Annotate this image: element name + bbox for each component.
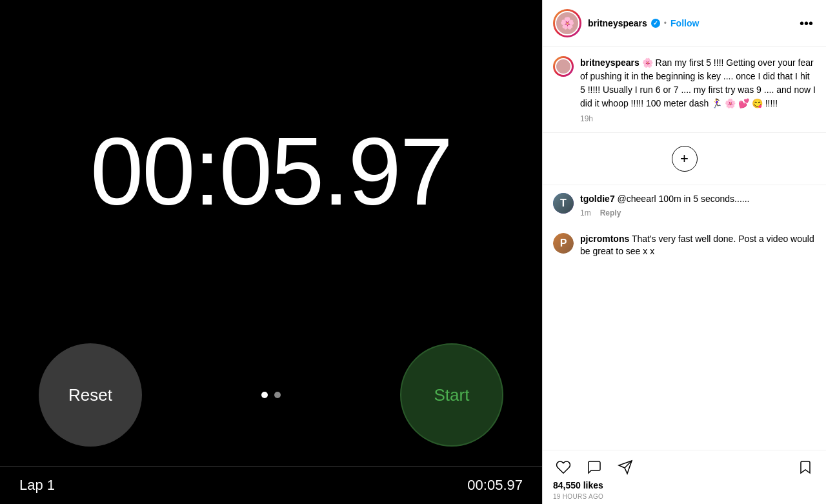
commenter-username-2: pjcromtons xyxy=(580,234,629,244)
caption-username: britneyspears xyxy=(580,57,640,68)
comments-area: T tgoldie7 @cheearl 100m in 5 seconds...… xyxy=(543,185,826,450)
comment-text-tgoldie: tgoldie7 @cheearl 100m in 5 seconds.....… xyxy=(580,193,816,206)
comment-text-pj: pjcromtons That's very fast well done. P… xyxy=(580,233,816,258)
username-row: britneyspears ✓ • Follow xyxy=(588,18,791,28)
caption-area: britneyspears 🌸 Ran my first 5 !!!! Gett… xyxy=(543,47,826,133)
caption-avatar-ring xyxy=(553,56,574,77)
comment-avatar-pj: P xyxy=(553,233,574,254)
bullet-separator: • xyxy=(664,19,667,28)
caption-row: britneyspears 🌸 Ran my first 5 !!!! Gett… xyxy=(553,56,816,123)
lap-bar: Lap 1 00:05.97 xyxy=(0,466,542,504)
comment-avatar-tgoldie: T xyxy=(553,193,574,214)
bookmark-button[interactable] xyxy=(795,457,816,478)
bookmark-icon xyxy=(798,459,813,475)
share-button[interactable] xyxy=(615,457,636,478)
dot-1 xyxy=(261,392,268,398)
comment-content-pj: pjcromtons That's very fast well done. P… xyxy=(580,233,816,258)
action-icons-row xyxy=(553,457,816,478)
post-avatar: 🌸 xyxy=(555,11,579,35)
timer-value: 00:05.97 xyxy=(90,117,452,227)
caption-avatar xyxy=(555,58,572,75)
reply-button-1[interactable]: Reply xyxy=(600,208,621,217)
comment-body-1: @cheearl 100m in 5 seconds...... xyxy=(618,194,750,204)
pj-photo: P xyxy=(553,233,574,254)
caption-time: 19h xyxy=(580,114,816,123)
stopwatch-panel: 00:05.97 Reset Start Lap 1 00:05.97 xyxy=(0,0,542,504)
comment-item-2: P pjcromtons That's very fast well done.… xyxy=(543,225,826,266)
header-info: britneyspears ✓ • Follow xyxy=(588,18,791,28)
likes-count: 84,550 likes xyxy=(553,480,816,490)
add-icon-row: + xyxy=(543,133,826,185)
reset-button[interactable]: Reset xyxy=(39,343,142,447)
commenter-username-1: tgoldie7 xyxy=(580,194,615,204)
comment-meta-1: 1m Reply xyxy=(580,208,816,217)
more-options-button[interactable]: ••• xyxy=(797,17,816,30)
post-avatar-ring: 🌸 xyxy=(553,9,581,37)
actions-bar: 84,550 likes 19 HOURS AGO xyxy=(543,450,826,504)
page-dots xyxy=(261,392,281,398)
comment-item: T tgoldie7 @cheearl 100m in 5 seconds...… xyxy=(543,185,826,225)
verified-icon: ✓ xyxy=(651,19,660,28)
comment-button[interactable] xyxy=(584,457,605,478)
tgoldie-photo: T xyxy=(553,193,574,214)
caption-content: britneyspears 🌸 Ran my first 5 !!!! Gett… xyxy=(580,56,816,123)
comment-content-tgoldie: tgoldie7 @cheearl 100m in 5 seconds.....… xyxy=(580,193,816,217)
heart-icon xyxy=(556,459,571,475)
lap-time: 00:05.97 xyxy=(467,477,523,494)
add-comment-icon[interactable]: + xyxy=(672,146,698,172)
lap-label: Lap 1 xyxy=(19,477,55,494)
start-button[interactable]: Start xyxy=(400,343,503,447)
timer-display: 00:05.97 xyxy=(0,0,542,330)
share-icon xyxy=(618,459,633,475)
caption-text: britneyspears 🌸 Ran my first 5 !!!! Gett… xyxy=(580,56,816,110)
follow-button[interactable]: Follow xyxy=(670,18,699,28)
comment-icon xyxy=(587,459,602,475)
instagram-panel: 🌸 britneyspears ✓ • Follow ••• britneysp… xyxy=(542,0,826,504)
dot-2 xyxy=(274,392,281,398)
like-button[interactable] xyxy=(553,457,574,478)
plus-sign: + xyxy=(680,150,689,167)
buttons-area: Reset Start xyxy=(0,330,542,466)
post-username: britneyspears xyxy=(588,18,647,28)
post-time: 19 HOURS AGO xyxy=(553,493,816,500)
post-header: 🌸 britneyspears ✓ • Follow ••• xyxy=(543,0,826,47)
comment-time-1: 1m xyxy=(580,208,591,217)
